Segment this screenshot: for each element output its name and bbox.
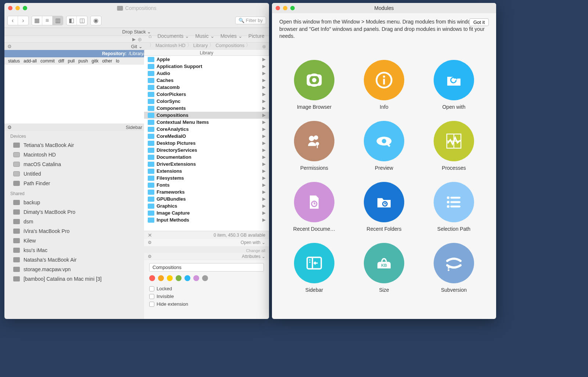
module-label: Recent Folders [367,226,402,232]
openwith-bar[interactable]: ⚙ Open with ⌄ [144,239,269,246]
forward-button[interactable]: › [18,16,28,25]
column-view-button[interactable]: ▥ [53,16,63,25]
module-item[interactable]: Sidebar [283,243,345,293]
module-item[interactable]: Processes [423,121,485,171]
folder-item[interactable]: Frameworks▶ [144,188,269,195]
folder-list[interactable]: Apple▶Application Support▶Audio▶Caches▶C… [144,56,269,231]
icon-view-button[interactable]: ▦ [32,16,42,25]
preview-button[interactable]: ◉ [91,16,101,25]
folder-item[interactable]: DriverExtensions▶ [144,161,269,168]
tag-color[interactable] [158,275,164,281]
folder-item[interactable]: Extensions▶ [144,168,269,175]
folder-item[interactable]: CoreMediaIO▶ [144,133,269,140]
tag-color[interactable] [193,275,199,281]
close-window-button[interactable] [8,6,12,10]
checkbox[interactable] [149,294,154,299]
module-item[interactable]: Image Browser [283,60,345,110]
folder-item[interactable]: Desktop Pictures▶ [144,140,269,147]
folder-item[interactable]: GPUBundles▶ [144,195,269,202]
checkbox-row[interactable]: Locked [149,285,264,292]
module-item[interactable]: Open with [423,60,485,110]
maximize-window-button[interactable] [290,6,295,10]
folder-item[interactable]: Catacomb▶ [144,84,269,91]
target-icon[interactable]: ◎ [138,37,141,42]
checkbox[interactable] [149,302,154,307]
git-cmd-gitk[interactable]: gitk [92,58,98,64]
module-item[interactable]: Info [353,60,415,110]
attributes-bar[interactable]: ⚙ Attributes ⌄ [144,253,269,260]
git-cmd-push[interactable]: push [78,58,88,64]
module-item[interactable]: Recent Folders [353,182,415,232]
folder-item[interactable]: CoreAnalytics▶ [144,126,269,133]
change-all-button[interactable]: Change all [144,248,265,253]
folder-item[interactable]: Input Methods▶ [144,216,269,223]
modules-grid: Image BrowserInfoOpen withPermissionsPre… [272,45,496,308]
path-seg[interactable]: Macintosh HD [155,43,186,48]
dual-view-button[interactable]: ◫ [77,16,87,25]
module-item[interactable]: Permissions [283,121,345,171]
folder-item[interactable]: Documentation▶ [144,154,269,161]
list-view-button[interactable]: ≡ [42,16,53,25]
checkbox[interactable] [149,286,154,291]
got-it-button[interactable]: Got it [469,18,489,26]
path-seg[interactable]: Compositions [215,43,244,48]
checkbox-label: Locked [157,286,172,291]
back-button[interactable]: ‹ [8,16,18,25]
git-cmd-diff[interactable]: diff [58,58,64,64]
module-item[interactable]: Recent Docume… [283,182,345,232]
chevron-right-icon: ▶ [262,85,265,90]
search-input[interactable]: 🔍 Filter by [235,17,266,24]
tag-color[interactable] [176,275,182,281]
minimize-window-button[interactable] [283,6,287,10]
git-cmd-add-all[interactable]: add-all [24,58,37,64]
checkbox-row[interactable]: Hide extension [149,300,264,308]
tag-color[interactable] [184,275,190,281]
tag-color[interactable] [149,275,155,281]
gear-icon[interactable]: ⚙ [7,125,12,130]
folder-item[interactable]: DirectoryServices▶ [144,147,269,154]
folder-item[interactable]: Compositions▶ [144,112,269,119]
folder-item[interactable]: Image Capture▶ [144,209,269,216]
gear-icon[interactable]: ⚙ [148,240,152,245]
nav-movies[interactable]: Movies ⌄ [220,33,243,39]
folder-item[interactable]: Filesystems▶ [144,175,269,182]
module-item[interactable]: Selection Path [423,182,485,232]
folder-item[interactable]: Apple▶ [144,56,269,63]
nav-pictures[interactable]: Picture [248,33,265,39]
folder-item[interactable]: Application Support▶ [144,63,269,70]
module-label: Preview [375,165,393,171]
module-item[interactable]: KBSize [353,243,415,293]
folder-item[interactable]: Graphics▶ [144,202,269,209]
module-item[interactable]: Subversion [423,243,485,293]
checkbox-row[interactable]: Invisible [149,292,264,300]
folder-item[interactable]: Contextual Menu Items▶ [144,119,269,126]
git-cmd-pull[interactable]: pull [68,58,75,64]
path-seg[interactable]: Library [193,43,208,48]
close-icon[interactable]: ✕ [148,232,152,238]
folder-item[interactable]: Fonts▶ [144,182,269,188]
folder-item[interactable]: ColorPickers▶ [144,91,269,98]
nav-documents[interactable]: Documents ⌄ [157,33,189,39]
git-cmd-commit[interactable]: commit [40,58,55,64]
name-field[interactable]: Compositions [149,263,264,272]
folder-item[interactable]: ColorSync▶ [144,98,269,105]
tag-color[interactable] [167,275,173,281]
module-item[interactable]: Preview [353,121,415,171]
git-cmd-lo[interactable]: lo [116,58,119,64]
git-cmd-other[interactable]: other [102,58,112,64]
git-cmd-status[interactable]: status [8,58,20,64]
home-icon[interactable]: ⌂ [148,33,151,39]
play-icon[interactable]: ▶ [132,37,136,42]
close-window-button[interactable] [276,6,280,10]
folder-item[interactable]: Audio▶ [144,70,269,77]
maximize-window-button[interactable] [23,6,27,10]
folder-item[interactable]: Caches▶ [144,77,269,84]
svg-point-1 [312,78,316,82]
nav-music[interactable]: Music ⌄ [195,33,214,39]
tag-color[interactable] [202,275,208,281]
folder-item[interactable]: Components▶ [144,105,269,112]
gear-icon[interactable]: ⚙ [148,254,152,259]
minimize-window-button[interactable] [15,6,20,10]
gear-icon[interactable]: ⚙ [7,44,12,49]
split-view-button[interactable]: ◧ [67,16,77,25]
